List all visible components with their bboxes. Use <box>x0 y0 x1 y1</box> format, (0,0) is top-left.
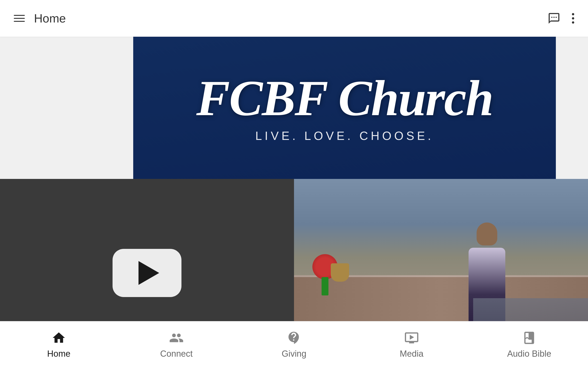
nav-item-connect[interactable]: Connect <box>153 330 199 359</box>
side-panel-left <box>0 37 133 179</box>
app-bar-right <box>547 11 574 25</box>
more-options-icon[interactable] <box>572 13 574 24</box>
preacher-head <box>477 223 497 245</box>
home-nav-icon <box>51 330 67 346</box>
play-triangle-icon <box>138 261 159 285</box>
nav-item-media[interactable]: Media <box>389 330 435 359</box>
giving-nav-icon <box>286 330 302 346</box>
app-bar-title: Home <box>34 11 66 25</box>
hero-banner: FCBF Church LIVE. LOVE. CHOOSE. <box>133 37 556 179</box>
hamburger-menu-icon[interactable] <box>14 15 25 22</box>
church-name-title: FCBF Church <box>196 73 493 123</box>
audio-bible-nav-icon <box>521 330 537 346</box>
giving-nav-label: Giving <box>282 349 306 359</box>
hero-overlay: FCBF Church LIVE. LOVE. CHOOSE. <box>133 37 556 179</box>
nav-item-giving[interactable]: Giving <box>271 330 317 359</box>
connect-nav-label: Connect <box>160 349 193 359</box>
chat-icon[interactable] <box>547 11 561 25</box>
nav-item-home[interactable]: Home <box>36 330 82 359</box>
app-bar: Home <box>0 0 588 37</box>
nav-item-audio-bible[interactable]: Audio Bible <box>506 330 552 359</box>
youtube-play-button[interactable] <box>112 249 182 297</box>
audio-bible-nav-label: Audio Bible <box>507 349 551 359</box>
media-nav-icon <box>403 330 420 346</box>
church-tagline: LIVE. LOVE. CHOOSE. <box>255 129 434 143</box>
home-nav-label: Home <box>47 349 70 359</box>
bottom-navigation-bar: Home Connect Giving Media <box>0 321 588 367</box>
connect-nav-icon <box>168 330 185 346</box>
app-bar-left: Home <box>14 11 66 25</box>
media-nav-label: Media <box>400 349 424 359</box>
